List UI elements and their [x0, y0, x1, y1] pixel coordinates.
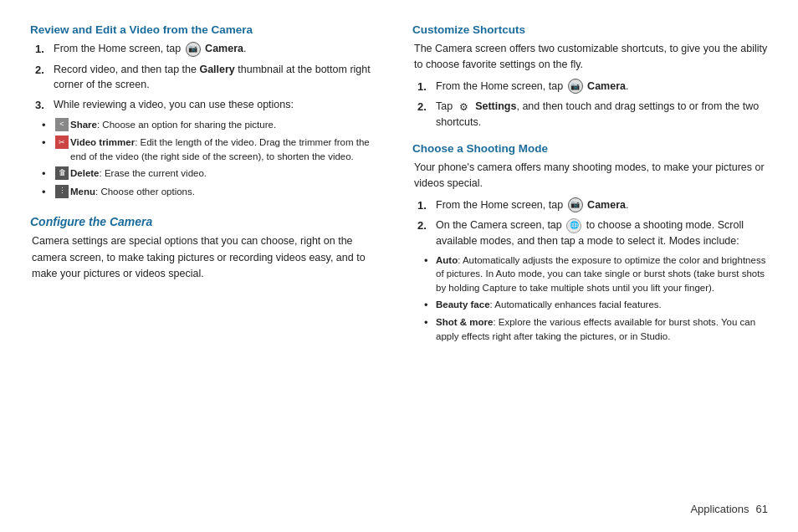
bullet-shot-text: Shot & more: Explore the various effects… [436, 315, 768, 343]
step-3-num: 3. [35, 97, 50, 114]
step-1-num: 1. [35, 41, 50, 58]
cstep-2-num: 2. [417, 99, 432, 115]
shooting-step-2: 2. On the Camera screen, tap 🌐 to choose… [417, 217, 768, 249]
right-column: Customize Shortcuts The Camera screen of… [412, 23, 768, 494]
step-3: 3. While reviewing a video, you can use … [35, 97, 386, 114]
footer-page: Applications 61 [690, 503, 768, 515]
steps-list: 1. From the Home screen, tap 📷 Camera. 2… [30, 41, 386, 114]
bullet-dot: • [424, 315, 434, 331]
bullet-shot: • Shot & more: Explore the various effec… [424, 315, 768, 343]
options-bullet-list: • < Share: Choose an option for sharing … [30, 118, 386, 201]
bullet-trimmer-text: Video trimmer: Edit the length of the vi… [70, 136, 386, 163]
step-1-text: From the Home screen, tap 📷 Camera. [54, 41, 246, 57]
page: Review and Edit a Video from the Camera … [0, 0, 798, 532]
left-column: Review and Edit a Video from the Camera … [30, 23, 386, 494]
bullet-menu-text: Menu: Choose other options. [70, 185, 195, 199]
shooting-body: Your phone's camera offers many shooting… [412, 160, 768, 192]
cstep-1-num: 1. [417, 79, 432, 95]
footer: Applications 61 [30, 494, 768, 515]
bullet-trimmer: • ✂ Video trimmer: Edit the length of th… [42, 136, 386, 163]
camera-icon-3: 📷 [568, 197, 583, 212]
sstep-1-text: From the Home screen, tap 📷 Camera. [436, 197, 628, 213]
section1-title: Review and Edit a Video from the Camera [30, 23, 386, 36]
bullet-dot: • [42, 166, 52, 182]
footer-page-num: 61 [756, 503, 768, 515]
bullet-beauty: • Beauty face: Automatically enhances fa… [424, 298, 768, 314]
camera-icon: 📷 [186, 42, 201, 57]
bullet-beauty-text: Beauty face: Automatically enhances faci… [436, 298, 662, 312]
step-2-num: 2. [35, 62, 50, 79]
customize-title: Customize Shortcuts [412, 23, 768, 36]
cstep-1-text: From the Home screen, tap 📷 Camera. [436, 79, 628, 95]
menu-icon: ⋮ [55, 185, 69, 198]
sstep-2-text: On the Camera screen, tap 🌐 to choose a … [436, 217, 768, 249]
bullet-dot: • [42, 118, 52, 134]
customize-steps-list: 1. From the Home screen, tap 📷 Camera. 2… [412, 79, 768, 130]
bullet-dot: • [424, 253, 434, 269]
sstep-2-num: 2. [417, 217, 432, 234]
bullet-share: • < Share: Choose an option for sharing … [42, 118, 386, 134]
bullet-dot: • [424, 298, 434, 314]
shooting-step-1: 1. From the Home screen, tap 📷 Camera. [417, 197, 768, 214]
modes-bullet-list: • Auto: Automatically adjusts the exposu… [412, 253, 768, 344]
trash-icon: 🗑 [55, 166, 69, 180]
step-1: 1. From the Home screen, tap 📷 Camera. [35, 41, 386, 58]
section2-title: Configure the Camera [30, 215, 386, 228]
step-3-text: While reviewing a video, you can use the… [54, 97, 294, 113]
bullet-menu: • ⋮ Menu: Choose other options. [42, 185, 386, 201]
bullet-delete-text: Delete: Erase the current video. [70, 166, 207, 181]
bullet-dot: • [42, 136, 52, 151]
sstep-1-num: 1. [417, 197, 432, 214]
bullet-dot: • [42, 185, 52, 201]
customize-body: The Camera screen offers two customizabl… [412, 41, 768, 74]
step-2-text: Record video, and then tap the Gallery t… [54, 62, 386, 94]
shooting-title: Choose a Shooting Mode [412, 142, 768, 155]
scissors-icon: ✂ [55, 136, 69, 149]
camera-icon-2: 📷 [568, 79, 583, 94]
bullet-delete: • 🗑 Delete: Erase the current video. [42, 166, 386, 182]
bullet-auto: • Auto: Automatically adjusts the exposu… [424, 253, 768, 295]
bullet-share-text: Share: Choose an option for sharing the … [70, 118, 276, 132]
customize-step-2: 2. Tap ⚙ Settings, and then touch and dr… [417, 99, 768, 130]
bullet-auto-text: Auto: Automatically adjusts the exposure… [436, 253, 768, 295]
step-2: 2. Record video, and then tap the Galler… [35, 62, 386, 94]
camera-label: Camera [205, 43, 243, 54]
shooting-steps-list: 1. From the Home screen, tap 📷 Camera. 2… [412, 197, 768, 249]
section2-body: Camera settings are special options that… [30, 233, 386, 282]
share-icon: < [55, 118, 69, 131]
footer-label: Applications [690, 503, 749, 515]
globe-icon: 🌐 [566, 218, 581, 233]
gear-icon: ⚙ [458, 100, 471, 114]
cstep-2-text: Tap ⚙ Settings, and then touch and drag … [436, 99, 768, 130]
customize-step-1: 1. From the Home screen, tap 📷 Camera. [417, 79, 768, 95]
